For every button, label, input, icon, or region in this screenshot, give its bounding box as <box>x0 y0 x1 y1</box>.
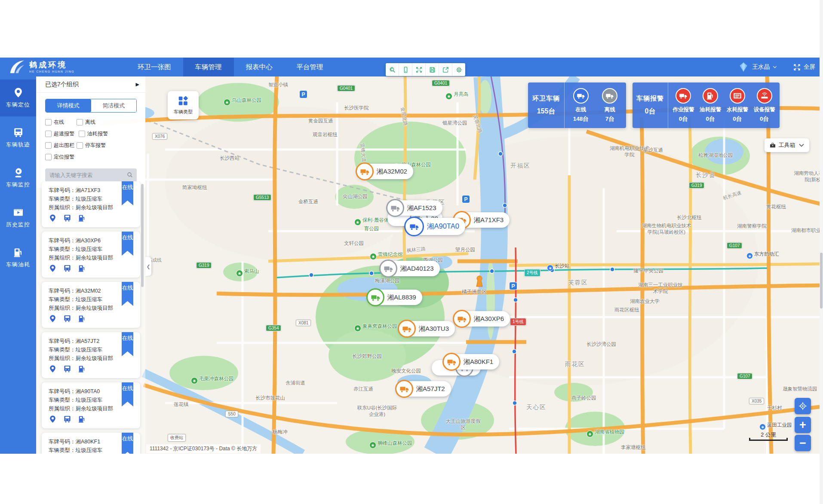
arrow-right-icon: ▶ <box>136 82 139 87</box>
vehicle-plate-label: 湘A57JT2 <box>416 385 445 393</box>
track-vehicle-icon[interactable] <box>63 315 71 324</box>
map-place-label: 湖南农业大学 <box>630 298 660 305</box>
fuel-vehicle-icon[interactable] <box>78 365 86 375</box>
search-icon[interactable] <box>126 171 133 178</box>
track-vehicle-icon[interactable] <box>63 415 71 425</box>
share-icon[interactable] <box>439 63 452 76</box>
chevron-down-icon[interactable] <box>772 64 777 70</box>
search-input[interactable] <box>45 168 137 182</box>
sidebar-item-vehicle-fuel[interactable]: 车辆油耗 <box>0 239 36 276</box>
parking-icon: P <box>299 90 307 98</box>
frame-select-icon[interactable] <box>399 63 412 76</box>
vehicle-org-value: 厨余垃圾项目部 <box>76 406 114 412</box>
park-icon: ▲ <box>354 325 361 332</box>
user-name[interactable]: 王水晶 <box>752 63 770 71</box>
brand-logo: 鹤成环境 HE CHENG HUAN JING <box>8 58 74 76</box>
fuel-vehicle-icon[interactable] <box>78 264 86 274</box>
locate-vehicle-icon[interactable] <box>49 365 57 375</box>
map-place-label: 湖南劳动人事职业学院(新校区) <box>794 170 823 183</box>
vehicle-plate-label: 湘A30XP6 <box>474 315 504 323</box>
checkbox-icon <box>45 142 52 149</box>
vehicle-card[interactable]: 车牌号码：湘A71XF3 车辆类型：垃圾压缩车 所属组织：厨余垃圾项目部 在线 <box>42 181 140 227</box>
vehicle-location-icon <box>13 87 24 98</box>
track-vehicle-icon[interactable] <box>63 264 71 274</box>
fuel-vehicle-icon[interactable] <box>78 315 86 324</box>
vehicle-org-value: 厨余垃圾项目部 <box>76 355 114 361</box>
fullscreen-label: 全屏 <box>804 63 815 71</box>
map-place-label: 含浦街道 <box>286 380 305 386</box>
sidebar-item-vehicle-location[interactable]: 车辆定位 <box>0 79 36 116</box>
vehicle-card[interactable]: 车牌号码：湘A32M02 车辆类型：垃圾压缩车 所属组织：厨余垃圾项目部 在线 <box>42 282 140 328</box>
juzizhou-statue-icon <box>474 275 485 290</box>
checkbox-icon <box>77 119 83 125</box>
vehicle-marker[interactable]: 湘AD40123 <box>381 261 440 276</box>
filter-geofence-alarm[interactable]: 超出围栏 <box>45 142 74 149</box>
locate-vehicle-icon[interactable] <box>49 315 57 324</box>
map-canvas[interactable]: 智造小镇▲乌山森林公园▲月亮岛长沙医学院黄金园互通银星湾公园观音岩枢纽湖南机电职… <box>36 76 823 454</box>
settings-icon[interactable] <box>452 63 465 76</box>
filter-location-alarm[interactable]: 定位报警 <box>45 153 74 161</box>
nav-item-platform-management[interactable]: 平台管理 <box>285 58 335 76</box>
save-icon[interactable] <box>426 63 439 76</box>
vehicle-card[interactable]: 车牌号码：湘A90TA0 车辆类型：垃圾压缩车 所属组织：厨余垃圾项目部 在线 <box>42 382 140 428</box>
sidebar-item-vehicle-track[interactable]: 车辆轨迹 <box>0 119 36 156</box>
filter-overspeed-alarm[interactable]: 超速报警 <box>45 130 79 137</box>
filter-parking-alarm[interactable]: 停车报警 <box>77 142 110 149</box>
filter-fuel-alarm[interactable]: 油耗报警 <box>79 130 107 137</box>
vehicle-marker[interactable]: 湘A57JT2 <box>396 381 451 397</box>
vehicle-card[interactable]: 车牌号码：湘A80KF1 车辆类型：垃圾压缩车 所属组织：厨余垃圾项目部 在线 <box>42 433 140 454</box>
expand-icon[interactable] <box>412 63 426 76</box>
map-place-label: 晚安文化公园 <box>391 368 421 374</box>
vehicle-card[interactable]: 车牌号码：湘A57JT2 车辆类型：垃圾压缩车 所属组织：厨余垃圾项目部 在线 <box>42 332 140 378</box>
park-icon: ▲ <box>370 253 377 260</box>
fullscreen-button[interactable]: 全屏 <box>793 63 815 71</box>
map-park-label: ▲毛栗冲森林公园 <box>191 376 234 384</box>
vehicle-marker[interactable]: 湘A90TA0 <box>405 218 465 235</box>
app-screen: 智造小镇▲乌山森林公园▲月亮岛长沙医学院黄金园互通银星湾公园观音岩枢纽湖南机电职… <box>0 0 823 504</box>
vehicle-marker[interactable]: 湘A32M02 <box>357 164 413 179</box>
vehicle-marker[interactable]: 湘AL8839 <box>368 290 422 305</box>
alarm-title: 车辆报警 <box>636 95 664 103</box>
zoom-out-button[interactable]: − <box>795 435 811 451</box>
vehicle-card[interactable]: 车牌号码：湘A30XP6 车辆类型：垃圾压缩车 所属组织：厨余垃圾项目部 在线 <box>42 232 140 278</box>
track-vehicle-icon[interactable] <box>63 365 71 375</box>
list-scrollbar[interactable] <box>141 184 144 287</box>
locate-vehicle-icon[interactable] <box>49 415 57 425</box>
nav-item-vehicle-management[interactable]: 车辆管理 <box>183 58 234 76</box>
vehicle-type-filter-button[interactable]: 车辆类型 <box>168 91 199 119</box>
map-place-label: 长沙西站 <box>220 155 240 162</box>
nav-item-overview[interactable]: 环卫一张图 <box>126 58 183 76</box>
vehicle-type-value: 垃圾压缩车 <box>76 196 103 202</box>
vehicle-marker[interactable]: 湘A80KF1 <box>444 354 499 370</box>
toolbox-button[interactable]: 工具箱 <box>765 138 809 152</box>
truck-online-icon <box>573 88 589 104</box>
fuel-vehicle-icon[interactable] <box>78 214 86 224</box>
sidebar-item-history-monitor[interactable]: 历史监控 <box>0 199 36 236</box>
organization-selector[interactable]: 已选7个组织 ▶ <box>37 76 145 93</box>
avatar[interactable] <box>738 61 749 73</box>
mode-tabs: 详情模式 简洁模式 <box>45 99 137 113</box>
tab-detail-mode[interactable]: 详情模式 <box>46 99 91 112</box>
locate-vehicle-icon[interactable] <box>49 264 57 274</box>
locate-icon <box>798 402 807 410</box>
locate-button[interactable] <box>795 398 811 414</box>
vehicle-plate-label: 湘A71XF3 <box>474 216 504 224</box>
road-badge: G107 <box>737 373 752 379</box>
sidebar-item-vehicle-monitor[interactable]: 车辆监控 <box>0 159 36 196</box>
vehicle-marker[interactable]: 湘AF1523 <box>387 200 442 216</box>
locate-vehicle-icon[interactable] <box>49 214 57 224</box>
vehicle-marker[interactable]: 湘A30XP6 <box>454 311 510 327</box>
fuel-vehicle-icon[interactable] <box>78 415 86 425</box>
nav-item-report-center[interactable]: 报表中心 <box>234 58 285 76</box>
panel-collapse-handle[interactable]: ❮ <box>145 257 151 276</box>
filter-online[interactable]: 在线 <box>45 119 74 126</box>
zoom-in-button[interactable]: + <box>795 417 811 433</box>
plate-field-label: 车牌号码： <box>49 187 76 193</box>
page-scrollbar[interactable] <box>820 0 823 504</box>
tab-simple-mode[interactable]: 简洁模式 <box>91 99 137 112</box>
filter-offline[interactable]: 离线 <box>77 119 105 126</box>
zoom-search-icon[interactable] <box>386 63 399 76</box>
track-vehicle-icon[interactable] <box>63 214 71 224</box>
vehicle-marker[interactable]: 湘A30TU3 <box>399 321 455 336</box>
vehicle-plate-value: 湘A32M02 <box>76 288 101 294</box>
